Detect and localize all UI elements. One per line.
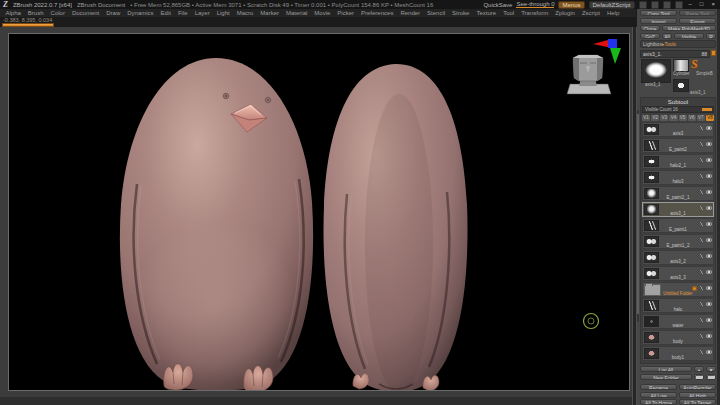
subtool-item[interactable]: E_paint2_1 <box>642 186 714 201</box>
paint-icon[interactable] <box>699 302 704 306</box>
active-tool-name-bar[interactable]: axis3_1. 88 <box>640 50 716 58</box>
clone-button[interactable]: Clone <box>640 25 660 31</box>
move-down-icon[interactable]: ▼ <box>706 366 716 372</box>
paint-icon[interactable] <box>699 286 704 290</box>
doc-icon[interactable] <box>639 1 647 9</box>
menu-item[interactable]: Texture <box>473 9 500 17</box>
menu-item[interactable]: Help <box>603 9 622 17</box>
paint-icon[interactable] <box>699 126 704 130</box>
menu-item[interactable]: Zscript <box>578 9 603 17</box>
subtool-visibility-tab[interactable]: V7 <box>697 115 705 121</box>
copy-tool-button[interactable]: Copy Tool <box>640 10 677 16</box>
slider-handle[interactable] <box>702 108 712 112</box>
lightbox-tools-button[interactable]: Lightbox▸Tools <box>640 40 716 48</box>
close-button[interactable]: × <box>709 1 717 8</box>
eye-visibility-icon[interactable] <box>706 302 712 306</box>
subtool-item[interactable]: Untitled Folder <box>642 282 714 297</box>
export-button[interactable]: Export <box>679 18 716 24</box>
paint-icon[interactable] <box>699 142 704 146</box>
eye-visibility-icon[interactable] <box>706 206 712 210</box>
active-tool-thumbnail[interactable] <box>641 59 671 83</box>
eye-visibility-icon[interactable] <box>706 190 712 194</box>
subtool-scrollbar[interactable] <box>637 110 639 322</box>
subtool-item[interactable]: halo3 <box>642 170 714 185</box>
subtool-item[interactable]: water <box>642 314 714 329</box>
eye-visibility-icon[interactable] <box>706 238 712 242</box>
menu-item[interactable]: Light <box>213 9 233 17</box>
subtool-item[interactable]: axis3 <box>642 122 714 137</box>
make-polymesh3d-button[interactable]: Make PolyMesh3D <box>662 25 716 31</box>
eye-visibility-icon[interactable] <box>706 254 712 258</box>
eye-visibility-icon[interactable] <box>706 318 712 322</box>
minimize-button[interactable]: – <box>687 1 694 8</box>
gear-icon[interactable] <box>675 1 683 9</box>
eye-visibility-icon[interactable] <box>706 174 712 178</box>
menu-item[interactable]: Preferences <box>358 9 397 17</box>
folder-down-icon[interactable] <box>706 374 716 380</box>
eye-visibility-icon[interactable] <box>706 126 712 130</box>
new-folder-button[interactable]: New Folder <box>640 374 692 380</box>
subtool-visibility-tab[interactable]: V4 <box>669 115 677 121</box>
subtool-visibility-tab[interactable]: V8 <box>706 115 714 121</box>
menu-item[interactable]: Picker <box>334 9 358 17</box>
camview-head-icon[interactable] <box>567 55 611 94</box>
brush-icon[interactable] <box>663 1 671 9</box>
menu-item[interactable]: Zplugin <box>552 9 579 17</box>
menu-item[interactable]: Stroke <box>449 9 473 17</box>
menu-item[interactable]: Dynamics <box>124 9 157 17</box>
subtool-item[interactable]: halo <box>642 298 714 313</box>
rename-button[interactable]: Rename <box>640 384 677 390</box>
list-all-button[interactable]: List All <box>640 366 692 372</box>
menu-item[interactable]: Render <box>397 9 424 17</box>
autoreorder-button[interactable]: AutoReorder <box>679 384 716 390</box>
subtool-item[interactable]: axis3_3 <box>642 266 714 281</box>
menu-item[interactable]: Layer <box>191 9 213 17</box>
menu-item[interactable]: Movie <box>311 9 334 17</box>
quicksave-button[interactable]: QuickSave <box>483 2 512 8</box>
menu-item[interactable]: Stencil <box>424 9 449 17</box>
subtool-visibility-tab[interactable]: V3 <box>660 115 668 121</box>
document-canvas[interactable] <box>8 33 630 391</box>
recent-tool-thumbnail[interactable] <box>673 79 689 92</box>
eye-visibility-icon[interactable] <box>706 286 712 290</box>
menu-item[interactable]: File <box>174 9 191 17</box>
all-low-button[interactable]: All Low <box>640 392 677 398</box>
paint-icon[interactable] <box>699 350 704 354</box>
import-button[interactable]: Import <box>640 18 677 24</box>
gear-icon[interactable] <box>692 286 697 291</box>
menu-item[interactable]: Document <box>68 9 102 17</box>
paint-icon[interactable] <box>699 334 704 338</box>
goz-button[interactable]: GoZ <box>640 33 660 39</box>
eye-visibility-icon[interactable] <box>706 334 712 338</box>
menu-item[interactable]: Transform <box>518 9 552 17</box>
subtool-item[interactable]: axis3_2 <box>642 250 714 265</box>
menu-item[interactable]: Marker <box>257 9 283 17</box>
all-to-target-button[interactable]: All To Target <box>679 399 716 405</box>
menu-item[interactable]: Material <box>283 9 311 17</box>
paint-icon[interactable] <box>699 222 704 226</box>
paint-icon[interactable] <box>699 318 704 322</box>
paint-icon[interactable] <box>699 238 704 242</box>
paint-icon[interactable] <box>699 158 704 162</box>
subtool-item[interactable]: halo2_1 <box>642 154 714 169</box>
simple-brush-icon[interactable]: S <box>691 57 698 72</box>
paint-icon[interactable] <box>699 254 704 258</box>
eye-visibility-icon[interactable] <box>706 142 712 146</box>
goz-visible-button[interactable]: Visible <box>674 33 704 39</box>
palette-icon[interactable] <box>651 1 659 9</box>
menu-item[interactable]: Macro <box>233 9 257 17</box>
viewport-canvas[interactable] <box>9 34 629 390</box>
menu-item[interactable]: Draw <box>103 9 124 17</box>
eye-visibility-icon[interactable] <box>706 270 712 274</box>
paste-tool-button[interactable]: Paste Tool <box>679 10 716 16</box>
subtool-item[interactable]: E_paint1_2 <box>642 234 714 249</box>
goz-all-button[interactable]: All <box>662 33 672 39</box>
menu-item[interactable]: Edit <box>157 9 174 17</box>
goz-r-button[interactable]: R <box>706 33 716 39</box>
menu-item[interactable]: Tool <box>500 9 518 17</box>
menus-toggle-button[interactable]: Menus <box>558 1 584 9</box>
folder-up-icon[interactable] <box>694 374 704 380</box>
subtool-item[interactable]: axis3_1 <box>642 202 714 217</box>
subtool-item[interactable]: E_paint2 <box>642 138 714 153</box>
subtool-visibility-tab[interactable]: V5 <box>679 115 687 121</box>
